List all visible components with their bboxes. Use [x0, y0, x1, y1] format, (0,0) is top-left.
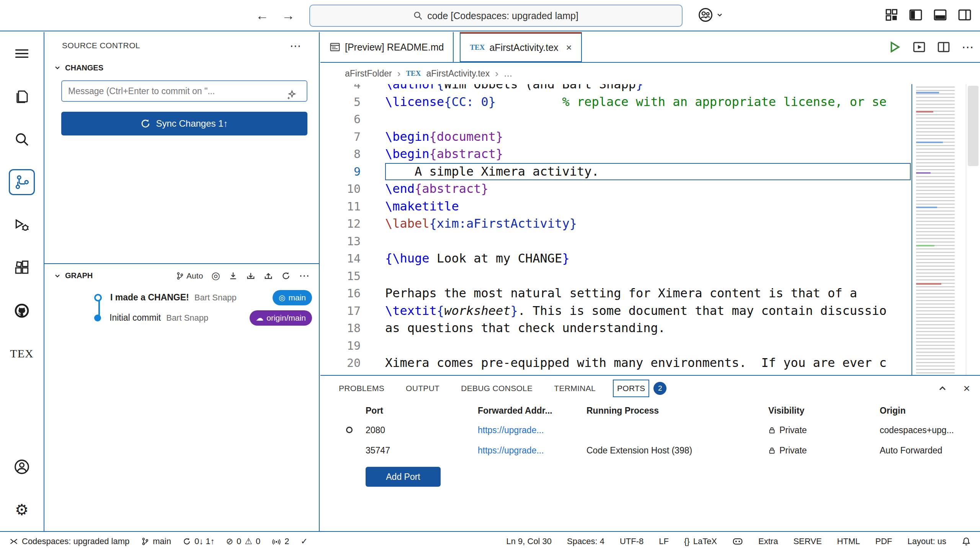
account-button[interactable] [0, 445, 44, 488]
breadcrumb-folder[interactable]: aFirstFolder [345, 68, 392, 79]
serve-button[interactable]: SERVE [793, 536, 822, 546]
refresh-icon[interactable] [281, 271, 291, 280]
code-line[interactable]: 6 [320, 111, 911, 128]
pull-icon[interactable] [246, 271, 255, 280]
ref-badge-main[interactable]: ◎main [273, 290, 312, 305]
github-button[interactable] [0, 289, 44, 332]
eol[interactable]: LF [659, 536, 669, 546]
bell-icon[interactable] [962, 537, 971, 546]
commit-row[interactable]: Initial commitBart Snapp☁origin/main [44, 308, 319, 328]
tasks-check[interactable]: ✓ [301, 537, 308, 546]
scrollbar-thumb[interactable] [968, 86, 978, 166]
panel-tab-output[interactable]: OUTPUT [406, 384, 439, 393]
visibility-cell[interactable]: Private [768, 425, 880, 435]
language-mode[interactable]: {} LaTeX [684, 536, 717, 546]
sync-changes-button[interactable]: Sync Changes 1↑ [61, 112, 307, 135]
more-actions-icon[interactable]: ⋯ [962, 40, 974, 54]
forward-icon[interactable]: → [282, 8, 295, 23]
code-line[interactable]: 20Ximera comes pre-equipped with many en… [320, 354, 911, 372]
close-panel-icon[interactable]: × [963, 382, 970, 395]
remote-indicator[interactable]: Codespaces: upgraded lamp [9, 536, 129, 546]
code-line[interactable]: 9 A simple Ximera activity. [320, 163, 911, 181]
ref-badge-origin-main[interactable]: ☁origin/main [250, 310, 312, 326]
editor-scrollbar[interactable] [966, 84, 980, 375]
code-line[interactable]: 18as questions that check understanding. [320, 320, 911, 337]
maximize-panel-icon[interactable] [937, 383, 948, 394]
menu-button[interactable] [0, 32, 44, 75]
ports-indicator[interactable]: 2 [272, 536, 289, 546]
code-line[interactable]: 11\maketitle [320, 198, 911, 215]
code-line[interactable]: 12\label{xim:aFirstActivity} [320, 215, 911, 233]
panel-tab-terminal[interactable]: TERMINAL [554, 384, 596, 393]
cursor-position[interactable]: Ln 9, Col 30 [506, 536, 552, 546]
settings-button[interactable]: ⚙ [0, 488, 44, 531]
panel-tab-debug-console[interactable]: DEBUG CONSOLE [461, 384, 532, 393]
panel-tab-problems[interactable]: PROBLEMS [339, 384, 384, 393]
breadcrumb-file[interactable]: aFirstActivity.tex [426, 68, 490, 79]
code-editor[interactable]: 4\author{Wim Obbels (and Bart Snapp}5\li… [320, 84, 980, 375]
run-debug-button[interactable] [0, 204, 44, 246]
code-line[interactable]: 7\begin{document} [320, 128, 911, 146]
code-line[interactable]: 19 [320, 337, 911, 355]
copilot-icon[interactable] [732, 537, 743, 546]
tab-preview-readme[interactable]: [Preview] README.md [320, 32, 454, 62]
chevron-down-icon[interactable] [54, 272, 61, 280]
code-line[interactable]: 10\end{abstract} [320, 180, 911, 198]
code-line[interactable]: 15 [320, 267, 911, 285]
pdf-button[interactable]: PDF [875, 536, 892, 546]
commit-row[interactable]: I made a CHANGE!Bart Snapp◎main [44, 287, 319, 308]
source-control-button[interactable] [0, 161, 44, 204]
code-line[interactable]: 17\textit{worksheet}. This is some docum… [320, 302, 911, 320]
minimap-mark [916, 172, 931, 174]
target-icon[interactable]: ◎ [211, 270, 220, 282]
copilot-sparkle-icon[interactable] [286, 90, 297, 100]
visibility-cell[interactable]: Private [768, 445, 880, 456]
customize-layout-icon[interactable] [885, 8, 898, 21]
fetch-icon[interactable] [229, 271, 238, 280]
search-button[interactable] [0, 118, 44, 161]
html-button[interactable]: HTML [837, 536, 860, 546]
minimap[interactable] [911, 84, 966, 375]
add-port-button[interactable]: Add Port [366, 467, 441, 487]
extensions-button[interactable] [0, 246, 44, 289]
code-line[interactable]: 13 [320, 233, 911, 250]
extra-button[interactable]: Extra [758, 536, 778, 546]
code-line[interactable]: 4\author{Wim Obbels (and Bart Snapp} [320, 84, 911, 93]
code-line[interactable]: 14{\huge Look at my CHANGE} [320, 250, 911, 267]
ports-table-row[interactable]: 35747https://upgrade...Code Extension Ho… [320, 440, 980, 461]
code-line[interactable]: 16Perhaps the most natural setting for X… [320, 285, 911, 302]
back-icon[interactable]: ← [256, 8, 269, 23]
changes-section-header[interactable]: CHANGES [44, 59, 319, 77]
auto-refresh-toggle[interactable]: Auto [176, 271, 203, 280]
explorer-button[interactable] [0, 75, 44, 118]
forwarded-address-link[interactable]: https://upgrade... [478, 425, 586, 435]
accounts-menu[interactable] [697, 7, 724, 23]
toggle-panel-icon[interactable] [933, 8, 947, 21]
code-line[interactable]: 8\begin{abstract} [320, 145, 911, 163]
forwarded-address-link[interactable]: https://upgrade... [478, 445, 586, 456]
keyboard-layout[interactable]: Layout: us [907, 536, 946, 546]
split-editor-icon[interactable] [937, 41, 950, 54]
toggle-secondary-sidebar-icon[interactable] [958, 8, 972, 21]
commit-message-input[interactable] [61, 80, 307, 102]
sync-indicator[interactable]: 0↓ 1↑ [183, 536, 215, 546]
toggle-sidebar-icon[interactable] [909, 8, 923, 21]
more-actions-icon[interactable]: ⋯ [290, 39, 301, 52]
graph-label: GRAPH [65, 271, 93, 280]
branch-indicator[interactable]: main [141, 536, 171, 546]
command-center-search[interactable]: code [Codespaces: upgraded lamp] [309, 5, 683, 27]
code-line[interactable]: 5\license{CC: 0} % replace with an appro… [320, 93, 911, 111]
panel-tab-ports[interactable]: PORTS2 [617, 382, 666, 395]
run-button[interactable] [888, 41, 901, 54]
open-preview-icon[interactable] [913, 41, 926, 54]
more-actions-icon[interactable]: ⋯ [299, 269, 310, 282]
push-icon[interactable] [264, 271, 273, 280]
breadcrumb-more[interactable]: … [504, 68, 513, 79]
tex-extension-button[interactable]: TEX [0, 332, 44, 375]
close-icon[interactable]: × [566, 42, 572, 54]
tab-afirstactivity[interactable]: TEX aFirstActivity.tex × [460, 32, 581, 62]
encoding[interactable]: UTF-8 [620, 536, 644, 546]
problems-indicator[interactable]: ⊘ 0 ⚠ 0 [226, 536, 261, 546]
indentation[interactable]: Spaces: 4 [567, 536, 604, 546]
ports-table-row[interactable]: 2080https://upgrade...Privatecodespaces+… [320, 420, 980, 440]
